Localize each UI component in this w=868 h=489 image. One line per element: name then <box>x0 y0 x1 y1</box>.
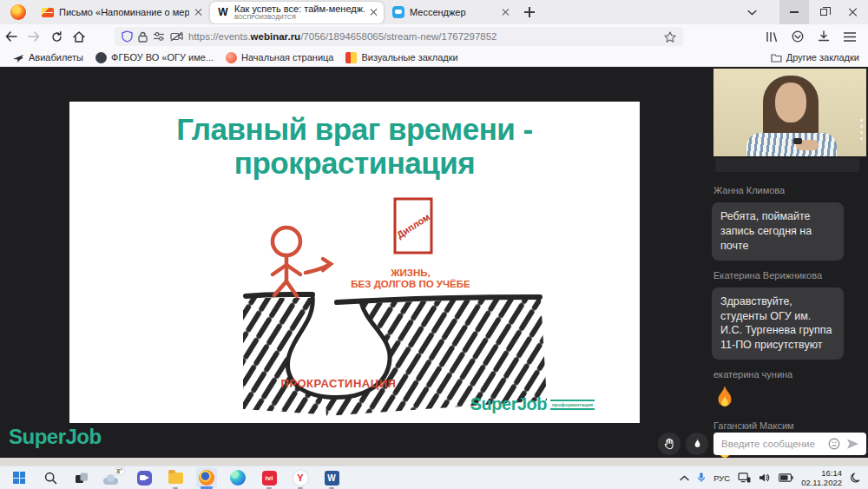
pocket-icon[interactable] <box>786 27 809 46</box>
tab-playing-badge: ВОСПРОИЗВОДИТСЯ <box>234 14 365 20</box>
system-tray: РУС 16:14 02.11.2022 <box>680 468 861 488</box>
url-bar[interactable]: https://events.webinar.ru/7056/189465806… <box>115 27 683 46</box>
url-text: https://events.webinar.ru/7056/189465806… <box>188 31 659 42</box>
file-explorer-icon <box>168 472 183 484</box>
raise-hand-button[interactable] <box>658 433 681 455</box>
tracking-shield-icon[interactable] <box>122 30 133 43</box>
edge-icon <box>230 470 246 486</box>
task-view-button[interactable] <box>71 467 92 488</box>
word-taskbar-button[interactable]: W <box>321 467 342 488</box>
firefox-view-icon[interactable] <box>10 4 26 20</box>
hidden-icons-chevron-icon[interactable] <box>680 475 689 481</box>
ivi-icon: ivi <box>262 471 277 486</box>
back-icon[interactable] <box>0 27 23 46</box>
fire-reaction-button[interactable] <box>686 433 708 455</box>
new-tab-button[interactable] <box>524 7 535 17</box>
presentation-slide: Главный враг времени - прокрастинация <box>69 102 640 423</box>
stick-figure <box>273 228 300 296</box>
fire-emoji <box>713 385 868 411</box>
life-label-line1: ЖИЗНЬ, <box>390 268 431 278</box>
tab-title: Письмо «Напоминание о мер <box>59 7 189 17</box>
university-icon <box>95 52 107 63</box>
chat-message-input[interactable] <box>713 433 866 455</box>
camera-blocked-icon[interactable] <box>170 31 183 42</box>
menu-hamburger-icon[interactable] <box>838 27 861 46</box>
tab-close-icon[interactable] <box>194 9 201 16</box>
library-icon[interactable] <box>760 27 783 46</box>
diploma-frame: Диплом <box>395 199 431 253</box>
bookmark-start-page[interactable]: Начальная страница <box>226 52 333 63</box>
tab-mail[interactable]: Письмо «Напоминание о мер <box>35 2 208 23</box>
close-button[interactable] <box>838 0 868 24</box>
arrow-icon <box>306 259 331 273</box>
ivi-taskbar-button[interactable]: ivi <box>259 467 279 488</box>
chat-author: Жанна Климова <box>713 185 868 195</box>
chat-panel: Жанна Климова Ребята, поймайте запись се… <box>712 175 868 462</box>
task-view-icon <box>75 472 89 485</box>
widgets-weather-button[interactable]: 8° <box>102 467 123 488</box>
procrastination-illustration: Диплом ЖИЗНЬ, БЕЗ ДОЛГОВ ПО УЧЁБЕ ПРОКРА… <box>69 192 640 420</box>
chat-message: Здравствуйте, студенты ОГУ им. И.С. Тург… <box>712 287 844 360</box>
teams-chat-button[interactable] <box>134 467 155 488</box>
tab-close-icon[interactable] <box>502 9 509 16</box>
windows-taskbar: 8° ivi Y W РУС 16:14 02.11 <box>0 466 868 489</box>
list-tabs-chevron-icon[interactable] <box>740 0 764 24</box>
reload-icon[interactable] <box>45 27 68 46</box>
permissions-icon[interactable] <box>153 31 165 42</box>
superjob-brand: SuperJob <box>9 425 102 449</box>
tab-close-icon[interactable] <box>370 9 377 16</box>
file-explorer-button[interactable] <box>165 467 186 488</box>
pit-label: ПРОКРАСТИНАЦИЯ <box>281 377 397 390</box>
downloads-icon[interactable] <box>812 27 835 46</box>
forward-icon[interactable] <box>23 27 45 46</box>
microphone-icon[interactable] <box>697 472 706 484</box>
firefox-icon <box>199 470 214 486</box>
send-icon[interactable] <box>846 438 859 450</box>
network-icon[interactable] <box>738 472 751 483</box>
webinar-page: Главный враг времени - прокрастинация <box>0 67 868 466</box>
chat-message: Ребята, поймайте запись сегодня на почте <box>712 202 844 261</box>
folder-icon <box>771 53 782 63</box>
tab-title: Мессенджер <box>410 7 496 17</box>
tab-webinar-active[interactable]: W Как успеть все: тайм-менедж... ВОСПРОИ… <box>210 2 384 23</box>
language-indicator[interactable]: РУС <box>713 473 730 483</box>
airplane-icon <box>12 52 24 63</box>
search-icon <box>44 472 57 485</box>
other-bookmarks[interactable]: Другие закладки <box>771 52 859 63</box>
messenger-icon <box>392 6 404 18</box>
bookmarks-bar: Авиабилеты ФГБОУ ВО «ОГУ име... Начальна… <box>0 49 868 67</box>
firefox-taskbar-button[interactable] <box>196 467 217 488</box>
bookmark-ogu[interactable]: ФГБОУ ВО «ОГУ име... <box>95 52 214 63</box>
tab-messenger[interactable]: Мессенджер <box>385 2 516 23</box>
yandex-browser-button[interactable]: Y <box>290 467 311 488</box>
home-icon[interactable] <box>68 27 90 46</box>
start-button[interactable] <box>9 467 30 488</box>
tray-date: 02.11.2022 <box>801 478 842 487</box>
lock-icon[interactable] <box>138 31 148 43</box>
slide-superjob-logo: SuperJob профориентация <box>470 394 595 414</box>
moon-focus-icon[interactable] <box>850 472 861 484</box>
video-menu-dots-icon[interactable] <box>860 119 863 140</box>
speaker-webcam-video[interactable] <box>713 69 866 156</box>
slide-title: Главный враг времени - прокрастинация <box>69 112 640 180</box>
clock[interactable]: 16:14 02.11.2022 <box>801 468 842 488</box>
start-page-icon <box>226 52 237 63</box>
bookmark-aviabilety[interactable]: Авиабилеты <box>12 52 83 63</box>
restore-button[interactable] <box>809 0 838 24</box>
minimize-button[interactable] <box>779 0 809 24</box>
weather-temp: 8° <box>115 468 124 474</box>
teams-chat-icon <box>137 471 152 486</box>
search-button[interactable] <box>40 467 61 488</box>
bookmark-visual[interactable]: Визуальные закладки <box>345 52 457 63</box>
word-icon: W <box>325 471 339 486</box>
browser-navbar: https://events.webinar.ru/7056/189465806… <box>0 24 868 49</box>
battery-icon[interactable] <box>779 473 793 482</box>
bookmark-star-icon[interactable] <box>664 31 676 43</box>
chat-author: екатерина чунина <box>713 369 868 380</box>
cloud-icon <box>103 478 118 485</box>
speaker-nameplate <box>715 158 859 172</box>
visual-bookmarks-icon <box>345 52 357 63</box>
edge-taskbar-button[interactable] <box>227 467 248 488</box>
emoji-picker-icon[interactable] <box>828 438 840 450</box>
volume-icon[interactable] <box>759 472 771 483</box>
